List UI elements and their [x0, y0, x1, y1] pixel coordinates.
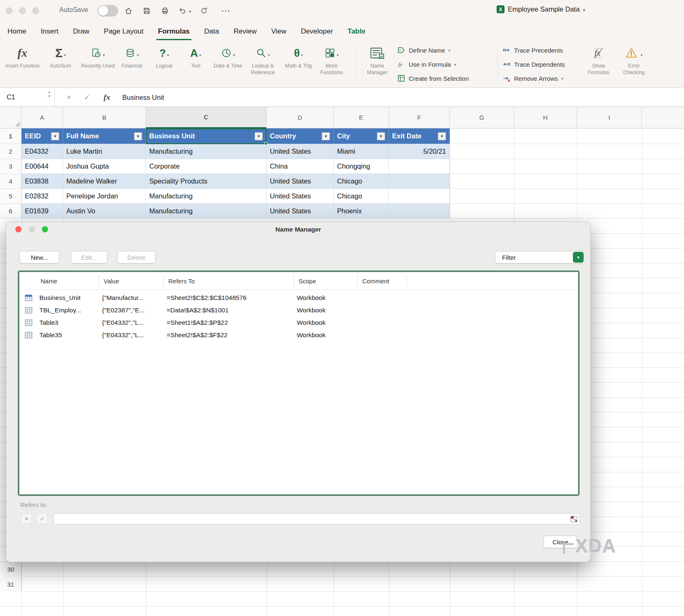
row-header-2[interactable]: 2: [0, 144, 22, 159]
names-col-refers[interactable]: Refers To: [168, 272, 195, 290]
refers-confirm-icon[interactable]: ✓: [37, 513, 48, 524]
error-checking-button[interactable]: ▾ Error Checking: [618, 44, 650, 76]
filter-icon[interactable]: ▾: [322, 132, 330, 140]
name-box[interactable]: C1 ▲▼: [0, 88, 55, 107]
header-cell-full-name[interactable]: Full Name▾: [63, 128, 146, 144]
cell[interactable]: Chongqing: [334, 159, 389, 174]
redo-icon[interactable]: [199, 6, 209, 16]
header-cell-business-unit[interactable]: Business Unit▾: [146, 128, 267, 144]
cell[interactable]: E00644: [22, 159, 63, 174]
window-minimize-icon[interactable]: [19, 7, 26, 14]
col-header-B[interactable]: B: [63, 107, 146, 128]
math-trig-button[interactable]: θ▾ Math & Trig: [281, 44, 316, 70]
col-header-I[interactable]: I: [577, 107, 642, 128]
cell[interactable]: Phoenix: [334, 204, 389, 219]
cell[interactable]: Penelope Jordan: [63, 189, 146, 204]
col-header-C[interactable]: C: [146, 107, 267, 128]
cell[interactable]: Austin Vo: [63, 204, 146, 219]
cell[interactable]: [389, 159, 450, 174]
undo-chevron-icon[interactable]: ▾: [189, 9, 191, 14]
col-header-H[interactable]: H: [514, 107, 577, 128]
cell[interactable]: [389, 189, 450, 204]
list-item[interactable]: Business_Unit {"Manufactur... =Sheet2!$C…: [19, 292, 578, 304]
cell[interactable]: Manufacturing: [146, 189, 267, 204]
cell[interactable]: Chicago: [334, 189, 389, 204]
select-all-corner[interactable]: [0, 107, 22, 128]
filter-icon[interactable]: ▾: [51, 132, 59, 140]
col-header-G[interactable]: G: [450, 107, 514, 128]
lookup-reference-button[interactable]: ▾ Lookup & Reference: [244, 44, 282, 76]
names-col-name[interactable]: Name: [41, 272, 57, 290]
undo-icon[interactable]: [177, 6, 187, 16]
names-col-scope[interactable]: Scope: [298, 272, 316, 290]
tab-data[interactable]: Data: [204, 22, 219, 41]
insert-function-button[interactable]: fx Insert Function: [5, 44, 40, 70]
filter-icon[interactable]: ▾: [377, 132, 385, 140]
header-cell-exit-date[interactable]: Exit Date▾: [389, 128, 450, 144]
refers-cancel-icon[interactable]: ×: [21, 513, 32, 524]
cell[interactable]: United States: [267, 174, 334, 189]
names-col-value[interactable]: Value: [104, 272, 119, 290]
tab-draw[interactable]: Draw: [73, 22, 90, 41]
save-icon[interactable]: [142, 6, 152, 16]
new-name-button[interactable]: New...: [19, 251, 59, 263]
cell[interactable]: E03838: [22, 174, 63, 189]
financial-button[interactable]: ▾ Financial: [114, 44, 149, 70]
edit-name-button[interactable]: Edit...: [71, 251, 107, 263]
cell[interactable]: Speciality Products: [146, 174, 267, 189]
cell[interactable]: Miami: [334, 144, 389, 159]
row-header-4[interactable]: 4: [0, 174, 22, 189]
print-icon[interactable]: [160, 6, 170, 16]
insert-function-fx-icon[interactable]: fx: [99, 88, 115, 107]
recently-used-button[interactable]: ▾ Recently Used: [80, 44, 115, 70]
remove-arrows-button[interactable]: Remove Arrows ▾: [502, 71, 592, 85]
cell[interactable]: E01639: [22, 204, 63, 219]
document-title[interactable]: Employee Sample Data: [508, 5, 580, 13]
row-header-30[interactable]: 30: [0, 562, 22, 577]
names-col-comment[interactable]: Comment: [362, 272, 389, 290]
filter-icon[interactable]: ▾: [134, 132, 142, 140]
cell[interactable]: United States: [267, 204, 334, 219]
header-cell-city[interactable]: City▾: [334, 128, 389, 144]
col-header-F[interactable]: F: [389, 107, 450, 128]
tab-insert[interactable]: Insert: [41, 22, 58, 41]
create-from-selection-button[interactable]: Create from Selection: [397, 71, 486, 85]
home-icon[interactable]: [124, 6, 133, 16]
autosum-button[interactable]: Σ▾ AutoSum: [43, 44, 78, 70]
cell[interactable]: E04332: [22, 144, 63, 159]
cell[interactable]: China: [267, 159, 334, 174]
filter-dropdown[interactable]: Filter ▾: [495, 251, 585, 263]
tab-home[interactable]: Home: [7, 22, 26, 41]
use-in-formula-button[interactable]: fx Use in Formula ▾: [397, 57, 486, 71]
logical-button[interactable]: ?▾ Logical: [147, 44, 182, 70]
header-cell-country[interactable]: Country▾: [267, 128, 334, 144]
date-time-button[interactable]: ▾ Date & Time: [211, 44, 245, 70]
tab-page-layout[interactable]: Page Layout: [104, 22, 143, 41]
cancel-entry-icon[interactable]: ×: [61, 88, 77, 107]
cell[interactable]: United States: [267, 144, 334, 159]
name-box-stepper[interactable]: ▲▼: [48, 91, 51, 98]
cell[interactable]: Madeline Walker: [63, 174, 146, 189]
define-name-button[interactable]: Define Name ▾: [397, 43, 486, 57]
window-zoom-icon[interactable]: [32, 7, 39, 14]
delete-name-button[interactable]: Delete: [117, 251, 155, 263]
more-functions-button[interactable]: ▾ More Functions: [314, 44, 349, 76]
header-cell-eeid[interactable]: EEID▾: [22, 128, 63, 144]
cell[interactable]: E02832: [22, 189, 63, 204]
cell[interactable]: 5/20/21: [389, 144, 450, 159]
cell[interactable]: [389, 174, 450, 189]
filter-icon[interactable]: ▾: [438, 132, 446, 140]
row-header-1[interactable]: 1: [0, 128, 22, 144]
col-header-D[interactable]: D: [267, 107, 334, 128]
cell[interactable]: Manufacturing: [146, 204, 267, 219]
show-formulas-button[interactable]: fx Show Formulas: [584, 44, 614, 76]
col-header-E[interactable]: E: [334, 107, 389, 128]
row-header-6[interactable]: 6: [0, 204, 22, 219]
cell[interactable]: Manufacturing: [146, 144, 267, 159]
cell[interactable]: [389, 204, 450, 219]
list-item[interactable]: TBL_Employ... {"E02387","E... =Data!$A$2…: [19, 304, 578, 316]
name-manager-button[interactable]: Name Manager: [360, 44, 395, 76]
col-header-A[interactable]: A: [22, 107, 63, 128]
confirm-entry-icon[interactable]: ✓: [79, 88, 95, 107]
tab-developer[interactable]: Developer: [301, 22, 333, 41]
